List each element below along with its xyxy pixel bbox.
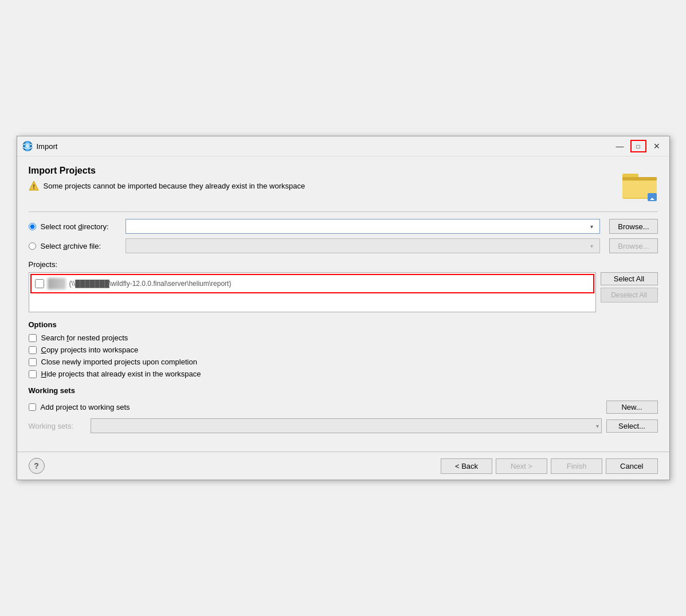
working-sets-field-label: Working sets: — [29, 422, 86, 430]
projects-list: (\\███████\wildfly-12.0.0.final\server\h… — [29, 272, 596, 312]
root-directory-input[interactable]: \\server\helium_v\wildfly-12.0.0.final\s… — [128, 222, 586, 231]
working-sets-section: Working sets Add project to working sets… — [29, 386, 658, 433]
working-sets-input-row: Working sets: ▾ Select... — [29, 418, 658, 433]
projects-area: (\\███████\wildfly-12.0.0.final\server\h… — [29, 272, 658, 312]
header-section: Import Projects ! Some projects cannot b… — [29, 166, 658, 202]
app-icon — [22, 140, 33, 152]
working-sets-dropdown[interactable]: ▾ — [91, 418, 602, 433]
bottom-area: ? < Back Next > Finish Cancel — [17, 452, 669, 480]
projects-label: Projects: — [29, 260, 658, 269]
archive-file-radio[interactable] — [29, 242, 36, 250]
bottom-left: ? — [29, 458, 45, 474]
header-divider — [29, 211, 658, 212]
close-imported-label: Close newly imported projects upon compl… — [41, 358, 197, 366]
hide-existing-checkbox[interactable] — [29, 370, 37, 378]
root-directory-dropdown-arrow[interactable]: ▾ — [586, 221, 597, 232]
warning-row: ! Some projects cannot be imported becau… — [29, 181, 305, 191]
warning-text: Some projects cannot be imported because… — [44, 182, 305, 190]
header-left: Import Projects ! Some projects cannot b… — [29, 166, 305, 191]
back-button[interactable]: < Back — [441, 458, 492, 474]
archive-file-label[interactable]: Select archive file: — [41, 242, 121, 250]
nested-projects-label: Search for nested projects — [41, 333, 128, 342]
project-item: (\\███████\wildfly-12.0.0.final\server\h… — [30, 274, 594, 293]
project-checkbox[interactable] — [35, 279, 44, 288]
option-hide-existing: Hide projects that already exist in the … — [29, 370, 658, 378]
help-button[interactable]: ? — [29, 458, 45, 474]
close-button[interactable]: ✕ — [649, 140, 665, 152]
project-icon-blurred — [48, 278, 66, 289]
root-directory-input-container: \\server\helium_v\wildfly-12.0.0.final\s… — [126, 219, 601, 234]
archive-file-input-container: ▾ — [126, 238, 601, 253]
add-to-working-sets-checkbox[interactable] — [29, 403, 36, 411]
select-all-button[interactable]: Select All — [601, 272, 658, 285]
page-title: Import Projects — [29, 166, 305, 176]
svg-rect-9 — [622, 177, 657, 181]
finish-button[interactable]: Finish — [551, 458, 602, 474]
title-bar-left: Import — [22, 140, 58, 152]
archive-file-input[interactable] — [128, 242, 586, 250]
option-nested-projects: Search for nested projects — [29, 333, 658, 342]
close-imported-checkbox[interactable] — [29, 358, 37, 366]
deselect-all-placeholder: Deselect All — [601, 288, 658, 303]
svg-text:!: ! — [33, 183, 35, 190]
project-path: (\\███████\wildfly-12.0.0.final\server\h… — [69, 280, 232, 288]
copy-projects-checkbox[interactable] — [29, 346, 37, 354]
hide-existing-label: Hide projects that already exist in the … — [41, 370, 201, 378]
projects-buttons: Select All Deselect All — [601, 272, 658, 303]
browse-root-button[interactable]: Browse... — [609, 219, 657, 234]
next-button[interactable]: Next > — [496, 458, 547, 474]
options-title: Options — [29, 320, 658, 329]
working-sets-dropdown-arrow: ▾ — [596, 423, 599, 429]
form-section: Select root directory: \\server\helium_v… — [29, 219, 658, 253]
option-close-imported: Close newly imported projects upon compl… — [29, 358, 658, 366]
warning-icon: ! — [29, 181, 39, 191]
browse-archive-button[interactable]: Browse... — [609, 238, 657, 253]
title-bar-controls: — □ ✕ — [612, 140, 665, 152]
root-directory-radio[interactable] — [29, 223, 36, 230]
window-title: Import — [37, 142, 58, 151]
restore-button[interactable]: □ — [630, 140, 646, 152]
copy-projects-label: Copy projects into workspace — [41, 346, 139, 354]
bottom-right: < Back Next > Finish Cancel — [441, 458, 658, 474]
nested-projects-checkbox[interactable] — [29, 334, 37, 342]
root-directory-label[interactable]: Select root directory: — [41, 222, 121, 231]
root-directory-row: Select root directory: \\server\helium_v… — [29, 219, 658, 234]
projects-section: Projects: (\\███████\wildfly-12.0.0.fina… — [29, 260, 658, 312]
cancel-button[interactable]: Cancel — [606, 458, 657, 474]
add-to-working-sets-label: Add project to working sets — [41, 403, 130, 411]
svg-point-3 — [26, 144, 29, 148]
new-working-set-button[interactable]: New... — [606, 401, 658, 414]
title-bar: Import — □ ✕ — [17, 136, 669, 156]
folder-icon — [621, 166, 658, 202]
minimize-button[interactable]: — — [612, 140, 628, 152]
main-content: Import Projects ! Some projects cannot b… — [17, 156, 669, 452]
archive-file-row: Select archive file: ▾ Browse... — [29, 238, 658, 253]
archive-file-dropdown-arrow: ▾ — [586, 240, 597, 252]
working-sets-add-row: Add project to working sets New... — [29, 401, 658, 414]
working-sets-title: Working sets — [29, 386, 658, 395]
option-copy-projects: Copy projects into workspace — [29, 346, 658, 354]
import-dialog: Import — □ ✕ Import Projects ! Some proj… — [17, 136, 670, 480]
select-working-set-button[interactable]: Select... — [606, 419, 658, 433]
options-section: Options Search for nested projects Copy … — [29, 320, 658, 378]
